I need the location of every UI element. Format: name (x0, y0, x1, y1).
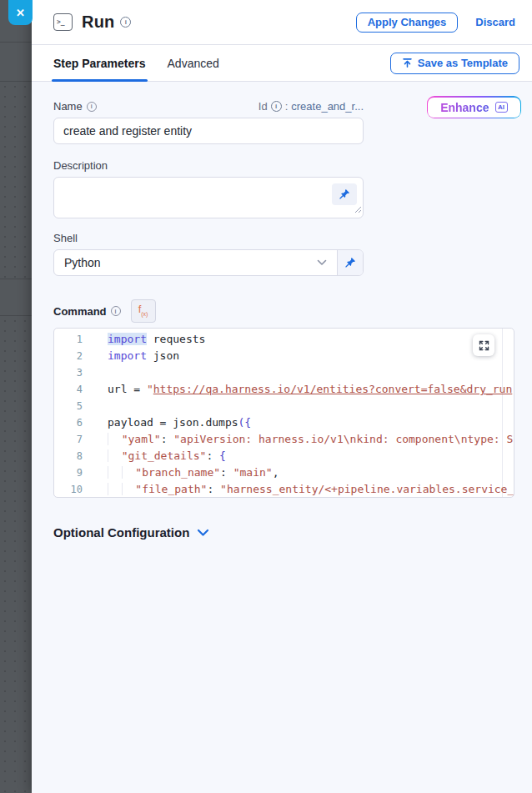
description-field (53, 177, 364, 218)
description-label: Description (53, 159, 108, 172)
enhance-label: Enhance (440, 101, 489, 114)
description-pin-button[interactable] (332, 183, 357, 205)
code-line[interactable]: 10 "file_path": "harness_entity/<+pipeli… (54, 481, 514, 498)
save-as-template-label: Save as Template (418, 57, 508, 69)
apply-changes-button[interactable]: Apply Changes (356, 13, 459, 33)
line-number: 10 (54, 481, 94, 498)
canvas-dot-grid (0, 82, 32, 279)
line-number: 2 (54, 348, 94, 364)
step-info-icon[interactable]: i (120, 17, 131, 28)
line-number: 1 (54, 331, 94, 348)
name-label-group: Name i (53, 100, 97, 113)
ai-badge: AI (495, 102, 508, 113)
expression-fx-button[interactable]: f(x) (131, 299, 156, 323)
optional-configuration-toggle[interactable]: Optional Configuration (53, 525, 532, 540)
shell-label: Shell (53, 232, 78, 244)
terminal-step-icon: >_ (53, 13, 73, 31)
code-line[interactable]: 5 (54, 398, 514, 414)
canvas-divider (0, 279, 32, 279)
close-icon: ✕ (16, 7, 25, 19)
code-text: "file_path": "harness_entity/<+pipeline.… (94, 481, 514, 498)
line-number: 9 (54, 464, 94, 481)
code-line[interactable]: 1import requests (54, 331, 514, 348)
command-label-row: Command i f(x) (53, 299, 532, 323)
name-id-row: Name i Id i : create_and_r... (53, 100, 364, 113)
code-text: url = "https://qa.harness.io/v1/entities… (94, 381, 514, 398)
id-separator: : (285, 100, 289, 113)
canvas-dot-grid (0, 316, 32, 793)
line-number: 4 (54, 381, 94, 398)
chevron-down-icon (317, 259, 327, 266)
command-label: Command (53, 305, 107, 318)
shell-label-row: Shell (53, 232, 364, 244)
enhance-ai-button-inner: Enhance AI (428, 98, 519, 118)
code-text: import requests (94, 331, 514, 348)
command-code-editor[interactable]: 1import requests2import json34url = "htt… (53, 328, 514, 498)
close-drawer-button[interactable]: ✕ (8, 0, 33, 25)
canvas-divider (0, 81, 32, 82)
code-text: import json (94, 348, 514, 364)
tab-step-parameters[interactable]: Step Parameters (53, 45, 146, 81)
id-value[interactable]: create_and_r... (291, 100, 364, 113)
code-lines: 1import requests2import json34url = "htt… (54, 331, 514, 498)
line-number: 8 (54, 448, 94, 464)
command-info-icon[interactable]: i (111, 306, 121, 316)
step-parameters-panel: Enhance AI Name i Id i : create_and_r...… (32, 82, 532, 793)
name-info-icon[interactable]: i (87, 102, 97, 112)
pipeline-canvas-strip (0, 0, 32, 793)
code-line[interactable]: 3 (54, 364, 514, 381)
code-line[interactable]: 4url = "https://qa.harness.io/v1/entitie… (54, 381, 514, 398)
shell-select[interactable]: Python (54, 250, 337, 275)
enhance-ai-button[interactable]: Enhance AI (427, 96, 521, 118)
optional-configuration-label: Optional Configuration (53, 525, 189, 540)
code-text: payload = json.dumps({ (94, 414, 514, 431)
page-title: Run (82, 13, 114, 32)
name-input[interactable] (53, 118, 364, 144)
canvas-divider (0, 315, 32, 316)
expand-icon (479, 340, 489, 351)
tab-advanced[interactable]: Advanced (168, 45, 219, 81)
code-line[interactable]: 6payload = json.dumps({ (54, 414, 514, 431)
description-label-row: Description (53, 159, 364, 172)
canvas-divider (0, 42, 32, 43)
chevron-down-icon (197, 529, 209, 537)
shell-field: Python (53, 249, 364, 276)
code-line[interactable]: 8 "git_details": { (54, 448, 514, 464)
code-line[interactable]: 7 "yaml": "apiVersion: harness.io/v1\nki… (54, 431, 514, 448)
shell-selected-value: Python (64, 256, 101, 269)
editor-expand-button[interactable] (473, 334, 494, 356)
drawer-header: >_ Run i Apply Changes Discard (32, 0, 532, 45)
command-label-group: Command i (53, 305, 121, 318)
code-text (94, 398, 514, 414)
name-label: Name (53, 100, 83, 113)
description-textarea[interactable] (53, 177, 364, 218)
code-text: "branch_name": "main", (94, 464, 514, 481)
step-id-group: Id i : create_and_r... (258, 100, 364, 113)
line-number: 6 (54, 414, 94, 431)
upload-template-icon (402, 58, 413, 68)
save-as-template-button[interactable]: Save as Template (390, 53, 519, 74)
textarea-resize-handle[interactable] (354, 202, 362, 217)
code-text (94, 364, 514, 381)
code-text: "yaml": "apiVersion: harness.io/v1\nkind… (94, 431, 514, 448)
id-info-icon[interactable]: i (271, 101, 282, 112)
line-number: 5 (54, 398, 94, 414)
line-number: 3 (54, 364, 94, 381)
code-line[interactable]: 9 "branch_name": "main", (54, 464, 514, 481)
id-label: Id (258, 100, 268, 113)
pin-icon (339, 188, 350, 200)
line-number: 7 (54, 431, 94, 448)
discard-button[interactable]: Discard (475, 16, 515, 28)
tab-bar: Step Parameters Advanced Save as Templat… (32, 45, 532, 82)
code-line[interactable]: 2import json (54, 348, 514, 364)
code-text: "git_details": { (94, 448, 514, 464)
shell-pin-button[interactable] (337, 250, 363, 275)
pin-icon (344, 257, 356, 269)
step-config-drawer: >_ Run i Apply Changes Discard Step Para… (32, 0, 532, 793)
fx-icon: f(x) (138, 303, 148, 317)
